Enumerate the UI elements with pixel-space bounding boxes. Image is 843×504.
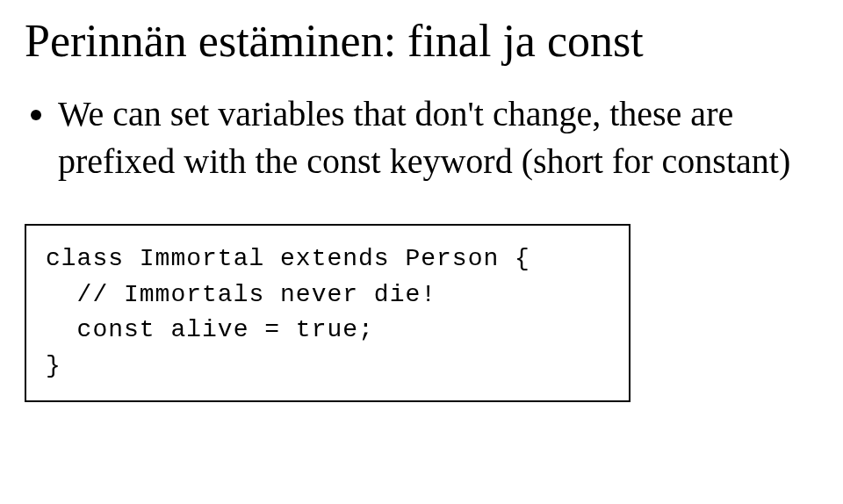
slide-title: Perinnän estäminen: final ja const <box>25 16 818 66</box>
code-snippet: class Immortal extends Person { // Immor… <box>46 241 609 384</box>
slide: Perinnän estäminen: final ja const We ca… <box>0 0 843 504</box>
bullet-list: We can set variables that don't change, … <box>33 90 818 185</box>
code-box: class Immortal extends Person { // Immor… <box>25 224 630 401</box>
bullet-item: We can set variables that don't change, … <box>58 90 818 185</box>
